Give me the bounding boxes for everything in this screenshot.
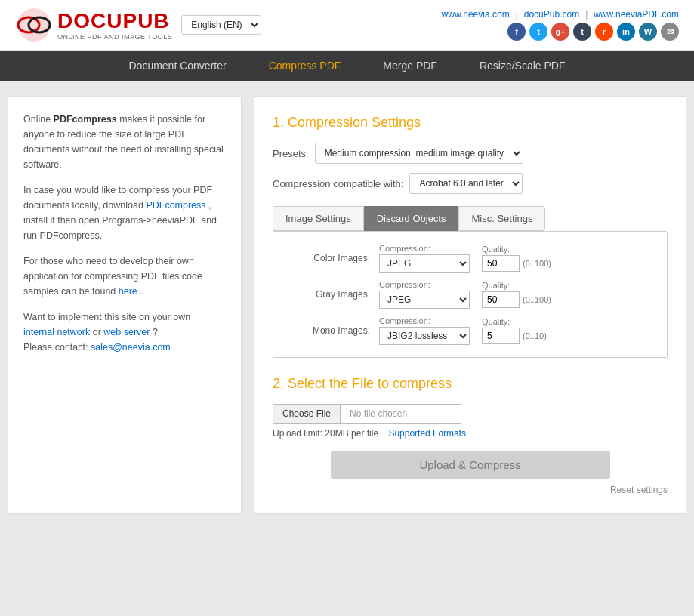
logo-pub: PUB — [122, 9, 169, 32]
upload-limit-text: Upload limit: 20MB per file — [273, 428, 378, 439]
nav-bar: Document Converter Compress PDF Merge PD… — [0, 51, 694, 81]
color-images-label: Color Images: — [288, 253, 379, 263]
logo-doc: DOCU — [57, 9, 122, 32]
compat-row: Compression compatible with: Acrobat 3.0… — [273, 173, 668, 194]
mono-quality-input[interactable] — [482, 328, 520, 344]
section1-text: Compression Settings — [288, 115, 421, 130]
logo-name: DOCUPUB — [57, 9, 172, 33]
description-para2: In case you would like to compress your … — [23, 183, 226, 243]
color-quality-group: Quality: (0..100) — [482, 245, 551, 272]
choose-file-button[interactable]: Choose File — [273, 404, 341, 424]
gray-quality-group: Quality: (0..100) — [482, 281, 551, 308]
gray-comp-group: Compression: JPEG ZIP None — [379, 280, 470, 309]
twitter-icon[interactable]: t — [529, 23, 547, 41]
nav-compress-pdf[interactable]: Compress PDF — [248, 51, 362, 81]
pdfcompress-link[interactable]: PDFcompress — [146, 200, 205, 211]
left-panel: Online PDFcompress makes it possible for… — [8, 96, 242, 514]
color-quality-label: Quality: — [482, 245, 551, 254]
logo-subtitle: ONLINE PDF AND IMAGE TOOLS — [57, 33, 172, 41]
section2-text: Select the File to compress — [288, 376, 452, 391]
image-settings-box: Color Images: Compression: JPEG ZIP None… — [273, 231, 668, 358]
right-panel: 1. Compression Settings Presets: Maximum… — [254, 96, 686, 514]
mono-images-row: Mono Images: Compression: JBIG2 lossless… — [288, 316, 652, 345]
tab-misc-settings[interactable]: Misc. Settings — [458, 206, 545, 231]
email-link[interactable]: sales@neevia.com — [91, 342, 171, 353]
gray-comp-select[interactable]: JPEG ZIP None — [379, 291, 470, 309]
section2-num: 2. — [273, 376, 284, 391]
gray-quality-input[interactable] — [482, 291, 520, 308]
neeviapdf-link[interactable]: www.neeviaPDF.com — [594, 9, 679, 20]
color-quality-input[interactable] — [482, 255, 520, 272]
mono-images-label: Mono Images: — [288, 325, 379, 336]
presets-select[interactable]: Maximum compression, low image quality M… — [315, 143, 523, 164]
header: DOCUPUB ONLINE PDF AND IMAGE TOOLS Engli… — [0, 0, 694, 51]
para3-before: For those who need to develop their own … — [23, 256, 202, 297]
file-section: 2. Select the File to compress Choose Fi… — [273, 376, 668, 495]
logo-area: DOCUPUB ONLINE PDF AND IMAGE TOOLS Engli… — [15, 6, 261, 44]
nav-resize-pdf[interactable]: Resize/Scale PDF — [458, 51, 587, 81]
file-name-display: No file chosen — [341, 404, 461, 424]
mono-quality-range: (0..10) — [523, 331, 547, 340]
color-comp-select[interactable]: JPEG ZIP None — [379, 254, 470, 273]
linkedin-icon[interactable]: in — [617, 23, 635, 41]
reddit-icon[interactable]: r — [595, 23, 613, 41]
upload-info: Upload limit: 20MB per file Supported Fo… — [273, 428, 668, 439]
mono-comp-label: Compression: — [379, 316, 470, 325]
internal-network-link[interactable]: internal network — [23, 327, 90, 337]
file-section-title: 2. Select the File to compress — [273, 376, 668, 392]
here-link[interactable]: here — [119, 286, 137, 297]
web-server-link[interactable]: web server — [103, 327, 150, 337]
settings-tabs: Image Settings Discard Objects Misc. Set… — [273, 206, 668, 231]
nav-merge-pdf[interactable]: Merge PDF — [362, 51, 458, 81]
pdfcompress-bold: PDFcompress — [54, 114, 117, 125]
presets-label: Presets: — [273, 148, 309, 159]
color-images-row: Color Images: Compression: JPEG ZIP None… — [288, 244, 652, 273]
logo-text: DOCUPUB ONLINE PDF AND IMAGE TOOLS — [57, 9, 172, 41]
nav-document-converter[interactable]: Document Converter — [107, 51, 247, 81]
gray-images-label: Gray Images: — [288, 289, 379, 300]
color-comp-label: Compression: — [379, 244, 470, 253]
presets-row: Presets: Maximum compression, low image … — [273, 143, 668, 164]
site-links: www.neevia.com | docuPub.com | www.neevi… — [442, 9, 679, 20]
file-upload-row: Choose File No file chosen — [273, 404, 668, 424]
mono-comp-select[interactable]: JBIG2 lossless JBIG2 lossy CCITT G4 None — [379, 327, 470, 345]
google-icon[interactable]: g+ — [551, 23, 569, 41]
tumblr-icon[interactable]: t — [573, 23, 591, 41]
wordpress-icon[interactable]: W — [639, 23, 657, 41]
mono-quality-group: Quality: (0..10) — [482, 317, 547, 344]
gray-comp-label: Compression: — [379, 280, 470, 289]
gray-quality-range: (0..100) — [523, 295, 551, 304]
tab-discard-objects[interactable]: Discard Objects — [364, 206, 459, 231]
logo-icon — [15, 6, 53, 44]
para4-line1: Want to implement this site on your own — [23, 312, 190, 322]
para4-contact: Please contact: — [23, 342, 91, 353]
svg-point-0 — [17, 8, 51, 42]
main-content: Online PDFcompress makes it possible for… — [0, 96, 694, 514]
social-icons: f t g+ t r in W ✉ — [507, 23, 679, 41]
compression-section-title: 1. Compression Settings — [273, 115, 668, 131]
email-icon[interactable]: ✉ — [661, 23, 679, 41]
gray-quality-label: Quality: — [482, 281, 551, 290]
supported-formats-link[interactable]: Supported Formats — [388, 428, 466, 439]
facebook-icon[interactable]: f — [507, 23, 526, 41]
reset-settings-link[interactable]: Reset settings — [273, 485, 668, 495]
description-para4: Want to implement this site on your own … — [23, 310, 226, 355]
compat-label: Compression compatible with: — [273, 178, 403, 189]
color-comp-group: Compression: JPEG ZIP None — [379, 244, 470, 273]
language-select[interactable]: English (EN) — [181, 15, 261, 35]
gray-images-row: Gray Images: Compression: JPEG ZIP None … — [288, 280, 652, 309]
logo-wrapper: DOCUPUB ONLINE PDF AND IMAGE TOOLS — [15, 6, 172, 44]
neevia-link[interactable]: www.neevia.com — [442, 9, 510, 20]
color-quality-range: (0..100) — [523, 259, 551, 268]
upload-compress-button[interactable]: Upload & Compress — [331, 451, 610, 479]
tab-image-settings[interactable]: Image Settings — [273, 206, 364, 231]
description-para1: Online PDFcompress makes it possible for… — [23, 112, 226, 172]
mono-quality-label: Quality: — [482, 317, 547, 326]
docupub-link[interactable]: docuPub.com — [524, 9, 579, 20]
section1-num: 1. — [273, 115, 284, 130]
para3-after: . — [140, 286, 142, 297]
description-para3: For those who need to develop their own … — [23, 254, 226, 299]
top-links: www.neevia.com | docuPub.com | www.neevi… — [442, 9, 679, 41]
compat-select[interactable]: Acrobat 3.0 and later Acrobat 4.0 and la… — [409, 173, 523, 194]
mono-comp-group: Compression: JBIG2 lossless JBIG2 lossy … — [379, 316, 470, 345]
